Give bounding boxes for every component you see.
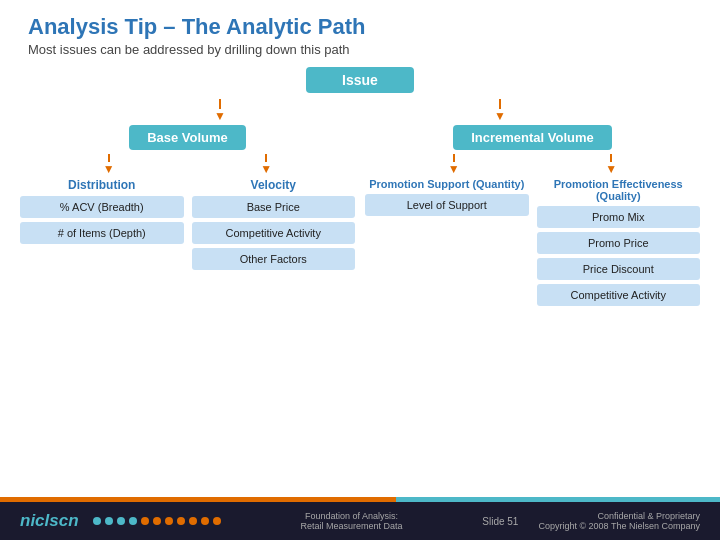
diagram-content: Issue ▼ ▼ Base Volume ▼	[0, 63, 720, 497]
base-volume-box: Base Volume	[129, 125, 246, 150]
page: Analysis Tip – The Analytic Path Most is…	[0, 0, 720, 540]
promo-price-box: Promo Price	[537, 232, 701, 254]
incremental-volume-col: Incremental Volume ▼ ▼ Pr	[365, 125, 700, 310]
dot-2	[105, 517, 113, 525]
promo-support-arrow: ▼	[448, 154, 460, 176]
velocity-col: Velocity Base Price Competitive Activity…	[192, 178, 356, 274]
promo-effectiveness-col: Promotion Effectiveness (Quality) Promo …	[537, 178, 701, 310]
vel-arrow: ▼	[260, 154, 272, 176]
dot-8	[177, 517, 185, 525]
page-title: Analysis Tip – The Analytic Path	[28, 14, 692, 40]
promo-support-header: Promotion Support (Quantity)	[369, 178, 524, 190]
dot-1	[93, 517, 101, 525]
dot-4	[129, 517, 137, 525]
dot-3	[117, 517, 125, 525]
price-discount-box: Price Discount	[537, 258, 701, 280]
issue-row: Issue	[20, 67, 700, 93]
left-branch-arrow: ▼	[214, 99, 226, 123]
incremental-volume-box: Incremental Volume	[453, 125, 612, 150]
dot-9	[189, 517, 197, 525]
page-subtitle: Most issues can be addressed by drilling…	[28, 42, 692, 57]
dist-arrow: ▼	[103, 154, 115, 176]
competitive-activity-1-box: Competitive Activity	[192, 222, 356, 244]
promo-effectiveness-header: Promotion Effectiveness (Quality)	[537, 178, 701, 202]
base-price-box: Base Price	[192, 196, 356, 218]
dot-10	[201, 517, 209, 525]
incremental-sub-cols: Promotion Support (Quantity) Level of Su…	[365, 178, 700, 310]
distribution-col: Distribution % ACV (Breadth) # of Items …	[20, 178, 184, 274]
promo-eff-arrow: ▼	[605, 154, 617, 176]
header: Analysis Tip – The Analytic Path Most is…	[0, 0, 720, 63]
nielsen-logo: niclscn	[20, 511, 79, 531]
footer-logo-area: niclscn	[20, 511, 221, 531]
base-sub-cols: Distribution % ACV (Breadth) # of Items …	[20, 178, 355, 274]
promo-support-col: Promotion Support (Quantity) Level of Su…	[365, 178, 529, 310]
main-columns: Base Volume ▼ ▼ Distribut	[20, 125, 700, 310]
footer-source: Foundation of Analysis: Retail Measureme…	[300, 511, 402, 531]
distribution-header: Distribution	[68, 178, 135, 192]
level-of-support-box: Level of Support	[365, 194, 529, 216]
issue-box: Issue	[306, 67, 414, 93]
items-box: # of Items (Depth)	[20, 222, 184, 244]
dot-5	[141, 517, 149, 525]
other-factors-box: Other Factors	[192, 248, 356, 270]
dot-6	[153, 517, 161, 525]
slide-number: Slide 51	[482, 516, 518, 527]
dot-7	[165, 517, 173, 525]
competitive-activity-2-box: Competitive Activity	[537, 284, 701, 306]
dot-11	[213, 517, 221, 525]
right-branch-arrow: ▼	[494, 99, 506, 123]
base-volume-col: Base Volume ▼ ▼ Distribut	[20, 125, 355, 310]
footer-copyright: Confidential & Proprietary Copyright © 2…	[538, 511, 700, 531]
promo-mix-box: Promo Mix	[537, 206, 701, 228]
acv-box: % ACV (Breadth)	[20, 196, 184, 218]
footer: niclscn Foundation of A	[0, 502, 720, 540]
dots-row	[93, 517, 221, 525]
velocity-header: Velocity	[251, 178, 296, 192]
